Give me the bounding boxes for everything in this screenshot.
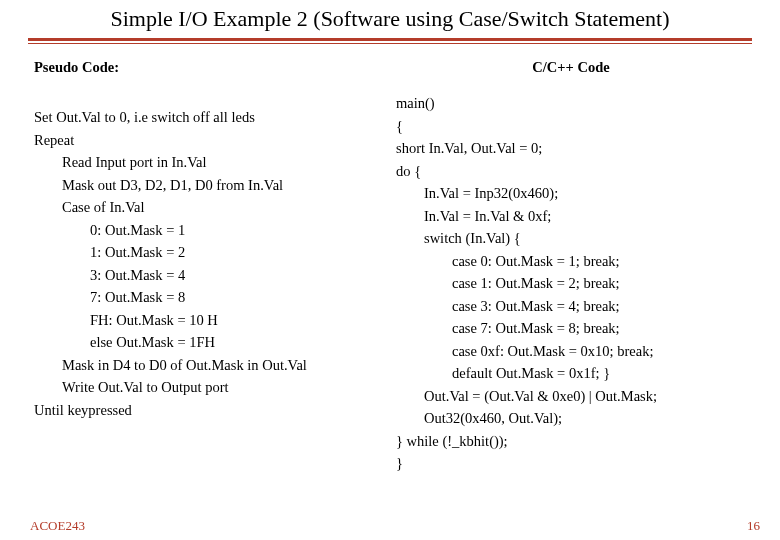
pseudo-line: Repeat: [34, 129, 384, 151]
pseudo-line: 0: Out.Mask = 1: [34, 219, 384, 241]
pseudo-line: Write Out.Val to Output port: [34, 376, 384, 398]
content-columns: Pseudo Code: Set Out.Val to 0, i.e switc…: [28, 52, 752, 478]
pseudo-line: else Out.Mask = 1FH: [34, 331, 384, 353]
footer: ACOE243 16: [0, 518, 780, 534]
pseudo-line: Read Input port in In.Val: [34, 151, 384, 173]
code-line: main(): [396, 92, 746, 114]
code-column: C/C++ Code main() { short In.Val, Out.Va…: [390, 52, 752, 478]
code-line: } while (!_kbhit());: [396, 430, 746, 452]
slide-title: Simple I/O Example 2 (Software using Cas…: [0, 0, 780, 36]
footer-left: ACOE243: [30, 518, 85, 534]
code-line: case 7: Out.Mask = 8; break;: [396, 317, 746, 339]
pseudo-line: Mask in D4 to D0 of Out.Mask in Out.Val: [34, 354, 384, 376]
code-line: case 0: Out.Mask = 1; break;: [396, 250, 746, 272]
pseudo-line: Set Out.Val to 0, i.e switch off all led…: [34, 106, 384, 128]
code-line: }: [396, 452, 746, 474]
code-line: default Out.Mask = 0x1f; }: [396, 362, 746, 384]
code-line: Out.Val = (Out.Val & 0xe0) | Out.Mask;: [396, 385, 746, 407]
code-heading: C/C++ Code: [396, 56, 746, 78]
pseudocode-column: Pseudo Code: Set Out.Val to 0, i.e switc…: [28, 52, 390, 478]
pseudocode-heading: Pseudo Code:: [34, 56, 384, 78]
code-line: short In.Val, Out.Val = 0;: [396, 137, 746, 159]
pseudo-line: Until keypressed: [34, 399, 384, 421]
footer-page-number: 16: [747, 518, 760, 534]
pseudo-line: 3: Out.Mask = 4: [34, 264, 384, 286]
code-line: case 0xf: Out.Mask = 0x10; break;: [396, 340, 746, 362]
code-line: In.Val = In.Val & 0xf;: [396, 205, 746, 227]
pseudo-line: 1: Out.Mask = 2: [34, 241, 384, 263]
code-line: Out32(0x460, Out.Val);: [396, 407, 746, 429]
code-line: switch (In.Val) {: [396, 227, 746, 249]
pseudo-line: Mask out D3, D2, D1, D0 from In.Val: [34, 174, 384, 196]
code-line: do {: [396, 160, 746, 182]
code-line: case 3: Out.Mask = 4; break;: [396, 295, 746, 317]
code-line: case 1: Out.Mask = 2; break;: [396, 272, 746, 294]
pseudo-line: Case of In.Val: [34, 196, 384, 218]
slide: Simple I/O Example 2 (Software using Cas…: [0, 0, 780, 540]
code-line: In.Val = Inp32(0x460);: [396, 182, 746, 204]
pseudo-line: 7: Out.Mask = 8: [34, 286, 384, 308]
code-line: {: [396, 115, 746, 137]
title-rule: [28, 38, 752, 44]
pseudo-line: FH: Out.Mask = 10 H: [34, 309, 384, 331]
